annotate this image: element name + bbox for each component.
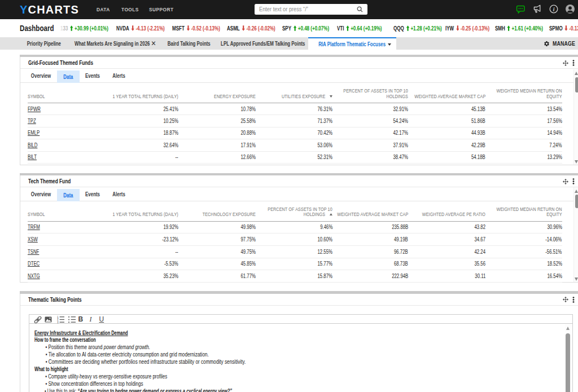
svg-text:i: i [553,7,555,12]
svg-text:3: 3 [57,321,59,323]
